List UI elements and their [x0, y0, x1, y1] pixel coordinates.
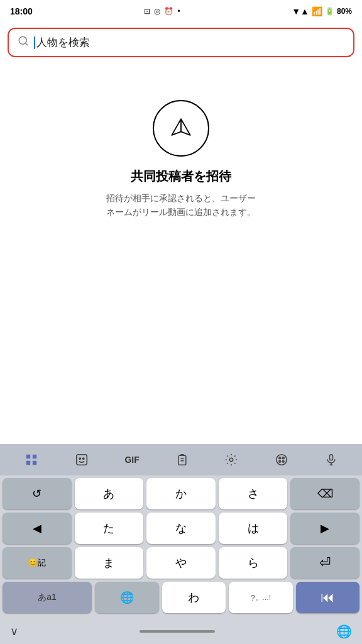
keyboard-toolbar: GIF	[0, 444, 362, 475]
svg-point-17	[283, 457, 285, 459]
key-backspace[interactable]: ⌫	[290, 478, 359, 509]
key-ka[interactable]: か	[146, 478, 216, 509]
keyboard-rows: ↺ あ か さ ⌫ ◀ た な は ▶ 😊記 ま や ら ⏎ あa1 🌐 わ ?…	[0, 475, 362, 619]
key-right[interactable]: ▶	[290, 513, 359, 544]
keyboard-hide-button[interactable]: ∨	[10, 625, 18, 638]
alarm-icon: ⏰	[164, 7, 173, 16]
svg-rect-5	[33, 455, 36, 458]
key-wa[interactable]: わ	[162, 582, 226, 613]
keyboard-settings-button[interactable]	[224, 453, 238, 467]
home-indicator	[140, 630, 215, 633]
keyboard-bottom-bar: ∨ 🌐	[0, 619, 362, 644]
svg-rect-11	[178, 455, 186, 465]
key-action-back[interactable]: ⏮	[296, 582, 359, 613]
keyboard-grid-button[interactable]	[25, 453, 38, 467]
key-globe[interactable]: 🌐	[95, 582, 158, 613]
sim-icon: ⊡	[144, 7, 150, 16]
key-a[interactable]: あ	[75, 478, 144, 509]
keyboard-palette-button[interactable]	[275, 453, 288, 467]
wifi-icon: ▼▲	[292, 6, 309, 16]
dot-icon: •	[177, 7, 180, 16]
keyboard-sticker-button[interactable]	[75, 453, 89, 467]
instagram-icon: ◎	[154, 7, 160, 16]
svg-point-10	[82, 458, 84, 459]
svg-rect-20	[330, 455, 333, 460]
key-row-3: 😊記 ま や ら ⏎	[3, 547, 359, 579]
keyboard-mic-button[interactable]	[325, 453, 337, 467]
signal-icon: 📶	[312, 6, 322, 16]
svg-point-9	[79, 458, 80, 459]
key-undo[interactable]: ↺	[3, 478, 72, 509]
search-placeholder: 人物を検索	[36, 35, 90, 50]
key-emoji-kanji[interactable]: 😊記	[3, 547, 72, 579]
svg-rect-8	[76, 455, 87, 465]
key-ya[interactable]: や	[146, 547, 216, 579]
key-ta[interactable]: た	[75, 513, 144, 544]
svg-point-14	[230, 458, 234, 462]
keyboard-bottom-globe[interactable]: 🌐	[336, 624, 352, 639]
svg-rect-4	[26, 455, 30, 458]
battery-percent: 80%	[337, 7, 352, 16]
svg-rect-7	[33, 461, 36, 465]
main-content: 共同投稿者を招待 招待が相手に承認されると、ユーザーネームがリール動画に追加され…	[0, 62, 362, 232]
key-punctuation[interactable]: ?。…!	[229, 582, 292, 613]
key-ma[interactable]: ま	[75, 547, 144, 579]
svg-point-19	[283, 460, 285, 462]
svg-point-18	[279, 460, 281, 462]
key-row-1: ↺ あ か さ ⌫	[3, 478, 359, 509]
status-bar: 18:00 ⊡ ◎ ⏰ • ▼▲ 📶 🔋 80%	[0, 0, 362, 23]
invite-title: 共同投稿者を招待	[131, 168, 231, 185]
status-time: 18:00	[10, 6, 33, 16]
svg-point-16	[279, 457, 281, 459]
svg-line-1	[25, 43, 27, 45]
key-row-2: ◀ た な は ▶	[3, 513, 359, 544]
key-lang-switch[interactable]: あa1	[3, 582, 92, 613]
key-na[interactable]: な	[146, 513, 216, 544]
key-left[interactable]: ◀	[3, 513, 72, 544]
status-right-icons: ▼▲ 📶 🔋 80%	[292, 6, 352, 16]
svg-point-15	[277, 455, 287, 465]
key-ra[interactable]: ら	[219, 547, 288, 579]
invite-description: 招待が相手に承認されると、ユーザーネームがリール動画に追加されます。	[106, 191, 256, 219]
svg-rect-6	[26, 461, 30, 465]
search-input[interactable]: 人物を検索	[34, 35, 90, 50]
paper-plane-icon	[167, 113, 195, 143]
key-row-4: あa1 🌐 わ ?。…! ⏮	[3, 582, 359, 613]
invite-icon-circle	[153, 100, 209, 157]
key-ha[interactable]: は	[219, 513, 288, 544]
keyboard[interactable]: GIF	[0, 444, 362, 644]
search-bar[interactable]: 人物を検索	[8, 28, 354, 57]
key-sa[interactable]: さ	[219, 478, 288, 509]
status-center-icons: ⊡ ◎ ⏰ •	[144, 7, 180, 16]
search-icon	[18, 35, 29, 50]
keyboard-clipboard-button[interactable]	[176, 453, 189, 467]
keyboard-gif-button[interactable]: GIF	[124, 455, 139, 465]
key-enter[interactable]: ⏎	[290, 547, 359, 579]
battery-icon: 🔋	[325, 7, 334, 16]
text-cursor	[34, 36, 35, 49]
